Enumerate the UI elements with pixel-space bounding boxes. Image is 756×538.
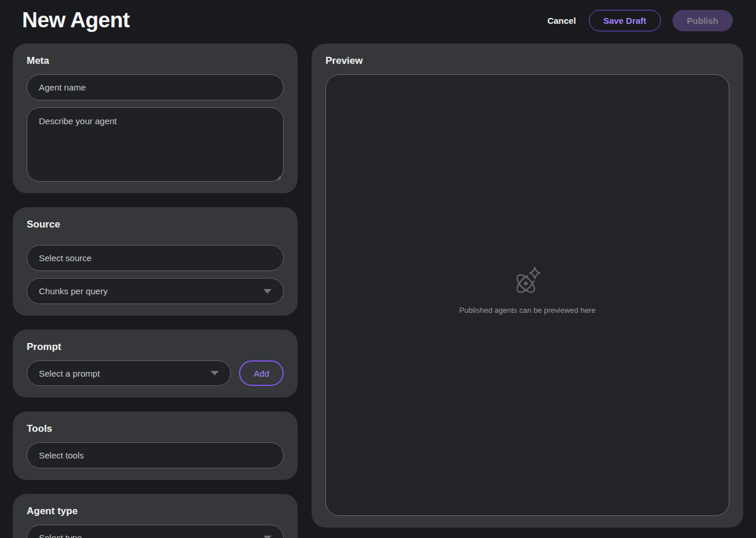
page-title: New Agent	[22, 8, 129, 33]
tools-input[interactable]	[27, 442, 284, 468]
chunks-per-query-select[interactable]: Chunks per query	[27, 278, 284, 304]
main-content: Meta Source Chunks per query Pro	[0, 41, 756, 538]
preview-empty-state: Published agents can be previewed here	[460, 264, 596, 315]
save-draft-button[interactable]: Save Draft	[589, 10, 661, 31]
atom-sparkle-icon	[511, 264, 544, 300]
preview-section-title: Preview	[325, 55, 729, 67]
preview-empty-state-text: Published agents can be previewed here	[460, 306, 596, 315]
prompt-card: Prompt Select a prompt Add	[13, 330, 298, 398]
agent-name-input[interactable]	[27, 74, 284, 100]
agent-type-value: Select type	[39, 533, 82, 538]
source-input[interactable]	[27, 245, 284, 271]
preview-card: Preview Published agents can be previewe…	[312, 44, 743, 528]
chunks-per-query-value: Chunks per query	[39, 286, 107, 296]
prompt-select[interactable]: Select a prompt	[27, 360, 231, 386]
prompt-section-title: Prompt	[27, 341, 284, 353]
preview-panel: Published agents can be previewed here	[325, 74, 729, 516]
source-card: Source Chunks per query	[13, 207, 298, 316]
source-section-title: Source	[27, 219, 284, 230]
agent-type-card: Agent type Select type	[13, 494, 298, 538]
meta-card: Meta	[13, 44, 298, 193]
cancel-button[interactable]: Cancel	[546, 11, 577, 30]
meta-section-title: Meta	[27, 55, 284, 67]
prompt-row: Select a prompt Add	[27, 360, 284, 386]
publish-button[interactable]: Publish	[672, 10, 733, 31]
add-prompt-button[interactable]: Add	[239, 360, 284, 386]
prompt-select-value: Select a prompt	[39, 369, 100, 378]
tools-section-title: Tools	[27, 423, 284, 435]
textarea-resize-handle-icon[interactable]	[275, 174, 281, 180]
agent-description-wrap	[27, 107, 284, 182]
chevron-down-icon	[263, 536, 272, 538]
agent-form-column: Meta Source Chunks per query Pro	[13, 44, 298, 528]
chevron-down-icon	[263, 289, 272, 294]
agent-type-select[interactable]: Select type	[27, 525, 284, 538]
agent-description-textarea[interactable]	[27, 107, 284, 182]
agent-type-section-title: Agent type	[27, 505, 284, 517]
header-actions: Cancel Save Draft Publish	[546, 10, 733, 31]
header: New Agent Cancel Save Draft Publish	[0, 0, 756, 41]
chevron-down-icon	[211, 371, 219, 375]
tools-card: Tools	[13, 411, 298, 480]
